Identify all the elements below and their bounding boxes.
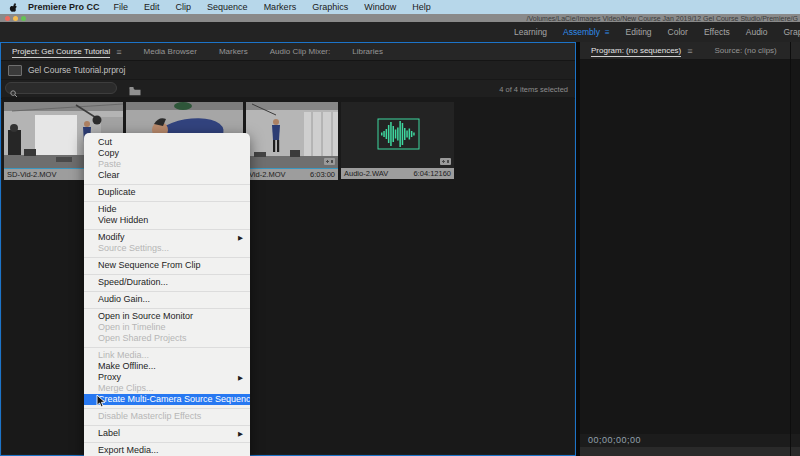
media-type-badge-icon	[324, 158, 335, 165]
context-menu-item-clear[interactable]: Clear	[84, 170, 250, 181]
project-tab-markers[interactable]: Markers	[208, 43, 259, 60]
clip-cell-vid-2-mov[interactable]: Vid-2.MOV6:03:00	[246, 102, 338, 180]
program-panel-tabs: Program: (no sequences)≡Source: (no clip…	[580, 42, 800, 60]
context-menu-item-label: Link Media...	[98, 350, 149, 360]
context-menu-item-label: Source Settings...	[98, 243, 169, 253]
program-monitor-display	[580, 60, 800, 434]
workspace-tabs: LearningAssembly≡EditingColorEffectsAudi…	[506, 22, 800, 42]
context-menu-item-merge-clips: Merge Clips...	[84, 383, 250, 394]
context-menu-separator	[84, 408, 250, 409]
menubar-item-file[interactable]: File	[106, 2, 137, 12]
context-menu-item-label: Paste	[98, 159, 121, 169]
clip-duration: 6:04:12160	[413, 169, 451, 178]
context-menu: CutCopyPasteClearDuplicateHideView Hidde…	[84, 133, 250, 456]
program-panel-menu-icon[interactable]: ≡	[687, 46, 692, 56]
context-menu-item-view-hidden[interactable]: View Hidden	[84, 215, 250, 226]
program-tab-program-no-sequences[interactable]: Program: (no sequences)≡	[580, 42, 704, 59]
audio-waveform-thumbnail	[341, 102, 454, 168]
context-menu-item-cut[interactable]: Cut	[84, 137, 250, 148]
window-title-path: /Volumes/LaCie/Images Video/New Course J…	[527, 14, 798, 22]
project-tab-audio-clip-mixer[interactable]: Audio Clip Mixer:	[259, 43, 341, 60]
context-menu-item-open-shared-projects: Open Shared Projects	[84, 333, 250, 344]
search-input[interactable]	[5, 82, 117, 94]
menubar-item-edit[interactable]: Edit	[136, 2, 168, 12]
workspace-tab-assembly[interactable]: Assembly≡	[555, 27, 618, 37]
project-tab-project-gel-course-tutorial[interactable]: Project: Gel Course Tutorial≡	[1, 43, 133, 60]
selection-status: 4 of 4 items selected	[499, 85, 568, 94]
clip-footer: Audio-2.WAV6:04:12160	[341, 168, 454, 179]
context-menu-separator	[84, 257, 250, 258]
context-menu-item-label[interactable]: Label▶	[84, 428, 250, 439]
menubar-item-graphics[interactable]: Graphics	[304, 2, 356, 12]
context-menu-item-modify[interactable]: Modify▶	[84, 232, 250, 243]
context-menu-item-speed-duration[interactable]: Speed/Duration...	[84, 277, 250, 288]
context-menu-item-duplicate[interactable]: Duplicate	[84, 187, 250, 198]
project-tab-label: Project: Gel Course Tutorial	[12, 45, 110, 58]
program-tab-source-no-clips[interactable]: Source: (no clips)	[704, 42, 788, 59]
context-menu-item-new-sequence-from-clip[interactable]: New Sequence From Clip	[84, 260, 250, 271]
menubar-item-sequence[interactable]: Sequence	[199, 2, 256, 12]
clip-cell-audio-2-wav[interactable]: Audio-2.WAV6:04:12160	[341, 102, 454, 179]
context-menu-item-label: View Hidden	[98, 215, 148, 225]
context-menu-item-label: Modify	[98, 232, 125, 242]
context-menu-separator	[84, 347, 250, 348]
clip-name: SD-Vid-2.MOV	[7, 170, 56, 179]
context-menu-item-label: Open in Source Monitor	[98, 311, 193, 321]
project-tab-label: Media Browser	[144, 47, 197, 56]
app-menu-title[interactable]: Premiere Pro CC	[28, 2, 100, 12]
workspace-tab-label: Learning	[514, 27, 547, 37]
menubar-item-window[interactable]: Window	[356, 2, 404, 12]
context-menu-item-audio-gain[interactable]: Audio Gain...	[84, 294, 250, 305]
clip-footer: Vid-2.MOV6:03:00	[246, 169, 338, 180]
project-panel-menu-icon[interactable]: ≡	[116, 47, 121, 57]
project-tab-media-browser[interactable]: Media Browser	[133, 43, 208, 60]
context-menu-item-label: New Sequence From Clip	[98, 260, 201, 270]
context-menu-item-open-in-source-monitor[interactable]: Open in Source Monitor	[84, 311, 250, 322]
workspace-tab-effects[interactable]: Effects	[696, 27, 738, 37]
bin-folder-icon[interactable]	[129, 84, 141, 94]
close-window-button[interactable]	[5, 16, 10, 21]
context-menu-item-label: Create Multi-Camera Source Sequence...	[98, 394, 250, 404]
context-menu-item-label: Clear	[98, 170, 120, 180]
zoom-window-button[interactable]	[21, 16, 26, 21]
context-menu-item-label: Merge Clips...	[98, 383, 154, 393]
project-tab-libraries[interactable]: Libraries	[341, 43, 394, 60]
apple-menu-icon[interactable]	[9, 2, 18, 13]
context-menu-item-disable-masterclip-effects: Disable Masterclip Effects	[84, 411, 250, 422]
context-menu-item-label: Cut	[98, 137, 112, 147]
context-menu-item-export-media[interactable]: Export Media...	[84, 445, 250, 456]
workspace-tab-label: Graphics	[784, 27, 800, 37]
panel-edge-divider	[790, 42, 791, 456]
context-menu-item-label: Open Shared Projects	[98, 333, 187, 343]
submenu-arrow-icon: ▶	[238, 428, 243, 439]
context-menu-item-source-settings: Source Settings...	[84, 243, 250, 254]
minimize-window-button[interactable]	[13, 16, 18, 21]
context-menu-item-hide[interactable]: Hide	[84, 204, 250, 215]
workspace-tab-audio[interactable]: Audio	[738, 27, 776, 37]
workspace-tab-menu-icon[interactable]: ≡	[605, 28, 610, 37]
workspace-tab-color[interactable]: Color	[660, 27, 696, 37]
menubar-item-markers[interactable]: Markers	[256, 2, 305, 12]
context-menu-item-create-multi-camera-source-sequence[interactable]: Create Multi-Camera Source Sequence...	[84, 394, 250, 405]
context-menu-item-label: Disable Masterclip Effects	[98, 411, 201, 421]
workspace-tab-graphics[interactable]: Graphics	[776, 27, 800, 37]
context-menu-item-proxy[interactable]: Proxy▶	[84, 372, 250, 383]
program-timecode[interactable]: 00;00;00;00	[588, 435, 641, 445]
context-menu-separator	[84, 184, 250, 185]
context-menu-item-label: Speed/Duration...	[98, 277, 168, 287]
context-menu-item-label: Audio Gain...	[98, 294, 150, 304]
context-menu-separator	[84, 201, 250, 202]
menubar-item-clip[interactable]: Clip	[168, 2, 200, 12]
program-tab-label: Source: (no clips)	[715, 46, 777, 55]
project-file-row[interactable]: Gel Course Tutorial.prproj	[1, 61, 575, 80]
menubar-item-help[interactable]: Help	[404, 2, 439, 12]
workspace-bar: LearningAssembly≡EditingColorEffectsAudi…	[0, 22, 800, 42]
project-tab-label: Markers	[219, 47, 248, 56]
clip-name: Vid-2.MOV	[249, 170, 286, 179]
context-menu-item-copy[interactable]: Copy	[84, 148, 250, 159]
context-menu-item-make-offline[interactable]: Make Offline...	[84, 361, 250, 372]
workspace-tab-editing[interactable]: Editing	[618, 27, 660, 37]
context-menu-item-open-in-timeline: Open in Timeline	[84, 322, 250, 333]
context-menu-item-label: Duplicate	[98, 187, 136, 197]
workspace-tab-learning[interactable]: Learning	[506, 27, 555, 37]
